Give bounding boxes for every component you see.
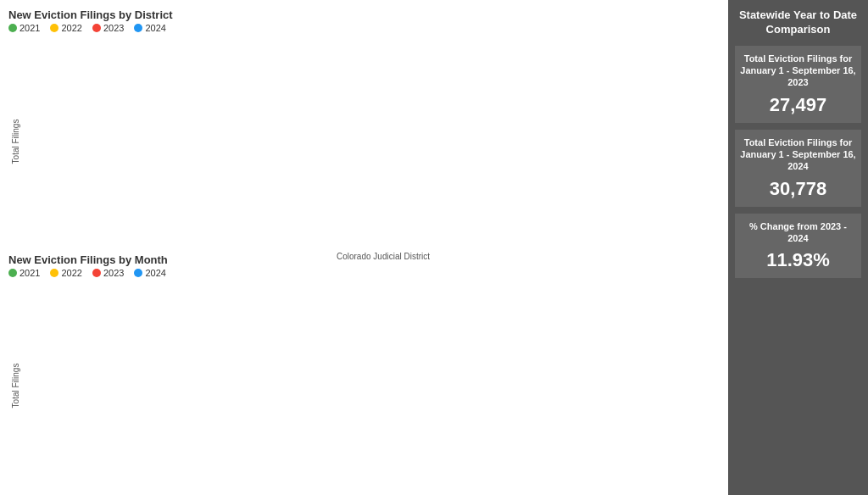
svg-text:4000: 4000 bbox=[54, 140, 70, 147]
bar-chart-legend: 2021 2022 2023 2024 bbox=[8, 23, 720, 33]
svg-text:April: April bbox=[341, 470, 355, 479]
svg-rect-52 bbox=[326, 219, 332, 223]
svg-rect-59 bbox=[364, 217, 370, 223]
svg-text:7: 7 bbox=[259, 227, 263, 235]
svg-rect-70 bbox=[428, 219, 435, 223]
svg-point-141 bbox=[437, 376, 442, 381]
svg-point-143 bbox=[618, 355, 623, 360]
svg-text:4000: 4000 bbox=[58, 317, 74, 325]
svg-rect-112 bbox=[675, 198, 682, 222]
svg-point-155 bbox=[255, 343, 260, 348]
svg-rect-116 bbox=[697, 206, 704, 223]
svg-text:5: 5 bbox=[201, 227, 204, 235]
svg-point-136 bbox=[709, 405, 714, 410]
svg-rect-69 bbox=[421, 220, 428, 223]
svg-point-131 bbox=[255, 407, 260, 412]
svg-point-130 bbox=[164, 415, 170, 420]
svg-rect-27 bbox=[181, 115, 187, 223]
bar-y-axis-label: Total Filings bbox=[11, 119, 20, 164]
svg-rect-67 bbox=[413, 220, 420, 223]
svg-text:8: 8 bbox=[288, 227, 292, 235]
svg-point-149 bbox=[437, 351, 442, 356]
legend-item-2024: 2024 bbox=[134, 23, 165, 33]
svg-text:9: 9 bbox=[317, 227, 320, 235]
svg-rect-62 bbox=[384, 213, 391, 223]
svg-rect-114 bbox=[683, 209, 690, 222]
svg-text:18: 18 bbox=[577, 227, 584, 235]
svg-rect-25 bbox=[167, 147, 174, 222]
svg-text:2000: 2000 bbox=[54, 180, 70, 187]
svg-rect-61 bbox=[377, 214, 384, 223]
svg-rect-24 bbox=[160, 181, 167, 222]
line-chart-wrapper: Total Filings 1000200030004000JanuaryFeb… bbox=[8, 281, 720, 492]
svg-text:1000: 1000 bbox=[58, 442, 74, 449]
svg-text:10: 10 bbox=[344, 227, 351, 235]
svg-text:14: 14 bbox=[461, 227, 468, 235]
sidebar: Statewide Year to Date Comparison Total … bbox=[728, 0, 868, 495]
svg-rect-110 bbox=[661, 203, 668, 223]
svg-text:August: August bbox=[700, 470, 720, 479]
stat-value-2: 30,778 bbox=[740, 178, 856, 200]
svg-rect-54 bbox=[334, 213, 341, 223]
stat-label-1: Total Eviction Filings for January 1 - S… bbox=[740, 53, 856, 89]
line-y-axis-label: Total Filings bbox=[11, 364, 20, 409]
svg-point-146 bbox=[164, 345, 170, 350]
legend-dot-2023 bbox=[92, 24, 101, 32]
svg-rect-56 bbox=[348, 203, 355, 222]
legend-dot-2021 bbox=[8, 24, 17, 32]
svg-point-151 bbox=[618, 376, 623, 381]
svg-text:3000: 3000 bbox=[58, 359, 74, 366]
svg-rect-42 bbox=[268, 220, 275, 222]
svg-text:13: 13 bbox=[431, 227, 438, 235]
svg-rect-17 bbox=[122, 221, 129, 223]
svg-rect-117 bbox=[704, 203, 710, 222]
line-chart-svg: 1000200030004000JanuaryFebruaryMarchApri… bbox=[47, 281, 720, 492]
line-legend-dot-2024 bbox=[134, 269, 142, 277]
svg-rect-64 bbox=[392, 220, 399, 222]
svg-rect-92 bbox=[559, 111, 565, 223]
svg-rect-29 bbox=[189, 221, 196, 223]
svg-text:July: July bbox=[614, 470, 627, 479]
svg-rect-72 bbox=[442, 218, 448, 223]
svg-rect-89 bbox=[537, 183, 544, 223]
svg-text:3: 3 bbox=[143, 227, 147, 235]
legend-item-2023: 2023 bbox=[92, 23, 124, 33]
svg-point-142 bbox=[527, 376, 532, 381]
svg-rect-100 bbox=[603, 195, 609, 223]
stat-box-3: % Change from 2023 - 2024 11.93% bbox=[735, 214, 861, 279]
svg-text:22: 22 bbox=[693, 227, 700, 235]
svg-rect-90 bbox=[544, 136, 551, 222]
svg-rect-32 bbox=[209, 220, 216, 223]
svg-text:January: January bbox=[64, 470, 90, 479]
line-legend-dot-2022 bbox=[50, 269, 58, 277]
svg-text:2: 2 bbox=[114, 227, 117, 235]
svg-text:6: 6 bbox=[230, 227, 233, 235]
svg-rect-115 bbox=[690, 207, 697, 223]
svg-rect-76 bbox=[465, 221, 471, 223]
svg-rect-101 bbox=[609, 192, 616, 222]
svg-point-159 bbox=[618, 326, 623, 331]
line-chart-legend: 2021 2022 2023 2024 bbox=[8, 268, 720, 278]
svg-point-139 bbox=[255, 372, 260, 377]
svg-text:11: 11 bbox=[374, 227, 381, 235]
svg-rect-109 bbox=[654, 204, 660, 222]
svg-rect-41 bbox=[261, 221, 268, 223]
line-chart-svg-container: 1000200030004000JanuaryFebruaryMarchApri… bbox=[47, 281, 720, 492]
svg-rect-55 bbox=[342, 204, 348, 222]
legend-dot-2024 bbox=[134, 24, 142, 32]
svg-text:2000: 2000 bbox=[58, 400, 74, 408]
line-legend-dot-2023 bbox=[92, 269, 101, 277]
svg-rect-106 bbox=[638, 195, 645, 223]
svg-text:March: March bbox=[248, 470, 268, 479]
legend-dot-2022 bbox=[50, 24, 58, 32]
svg-rect-30 bbox=[196, 220, 203, 222]
stat-box-2: Total Eviction Filings for January 1 - S… bbox=[735, 130, 861, 207]
svg-rect-9 bbox=[73, 195, 80, 223]
svg-point-152 bbox=[709, 335, 714, 340]
svg-rect-91 bbox=[552, 123, 559, 223]
svg-rect-45 bbox=[283, 215, 290, 222]
svg-rect-31 bbox=[203, 220, 209, 223]
svg-point-140 bbox=[346, 378, 351, 383]
line-y-axis-container: Total Filings bbox=[8, 281, 47, 492]
svg-point-157 bbox=[437, 339, 442, 344]
